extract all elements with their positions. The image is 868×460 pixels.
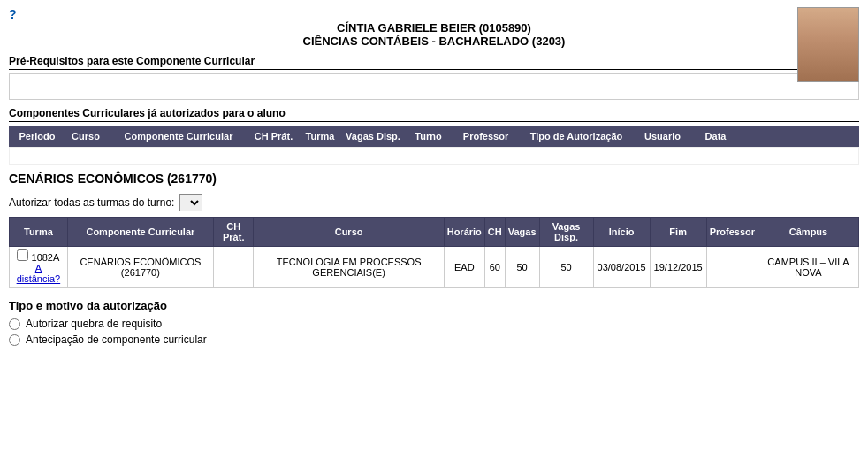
th-fim: Fim xyxy=(650,218,706,247)
authorized-title: Componentes Curriculares já autorizados … xyxy=(9,107,286,119)
tipo-autorizacao-section: Tipo e motivo da autorização Autorizar q… xyxy=(9,295,859,346)
authorized-section-header: Componentes Curriculares já autorizados … xyxy=(9,107,859,122)
turmas-table: Turma Componente Curricular CH Prát. Cur… xyxy=(9,217,859,288)
col-turma: Turma xyxy=(298,129,342,143)
th-ch-prat: CH Prát. xyxy=(213,218,254,247)
cell-vagas: 50 xyxy=(505,247,539,288)
student-photo xyxy=(797,7,859,82)
col-data: Data xyxy=(691,129,740,143)
col-componente: Componente Curricular xyxy=(108,129,249,143)
cell-curso: TECNOLOGIA EM PROCESSOS GERENCIAIS(E) xyxy=(254,247,444,288)
tipo-autorizacao-title: Tipo e motivo da autorização xyxy=(9,299,859,312)
cell-vagas-disp: 50 xyxy=(539,247,593,288)
col-periodo: Periodo xyxy=(11,129,64,143)
cell-campus: CAMPUS II – VILA NOVA xyxy=(758,247,859,288)
cell-professor xyxy=(706,247,758,288)
info-icon[interactable]: ? xyxy=(9,7,17,21)
pre-req-title: Pré-Requisitos para este Componente Curr… xyxy=(9,55,255,67)
pre-req-header: Pré-Requisitos para este Componente Curr… xyxy=(9,55,859,70)
th-campus: Câmpus xyxy=(758,218,859,247)
radio-quebra-requisito[interactable] xyxy=(9,318,20,330)
header-section: CÍNTIA GABRIELE BEIER (0105890) CIÊNCIAS… xyxy=(9,21,859,48)
th-horario: Horário xyxy=(444,218,484,247)
col-usuario: Usuario xyxy=(634,129,691,143)
cell-componente: CENÁRIOS ECONÔMICOS (261770) xyxy=(67,247,213,288)
radio-quebra-label: Autorizar quebra de requisito xyxy=(26,318,162,330)
row-checkbox[interactable] xyxy=(17,249,28,261)
th-professor: Professor xyxy=(706,218,758,247)
th-inicio: Início xyxy=(593,218,650,247)
th-curso: Curso xyxy=(254,218,444,247)
col-tipo-autorizacao: Tipo de Autorização xyxy=(519,129,634,143)
th-turma: Turma xyxy=(10,218,68,247)
th-componente-curricular: Componente Curricular xyxy=(67,218,213,247)
col-ch-prat: CH Prát. xyxy=(249,129,298,143)
autorizar-label: Autorizar todas as turmas do turno: xyxy=(9,196,174,209)
th-ch: CH xyxy=(484,218,505,247)
student-name: CÍNTIA GABRIELE BEIER (0105890) xyxy=(9,21,859,34)
col-turno: Turno xyxy=(404,129,453,143)
col-vagas-disp: Vagas Disp. xyxy=(342,129,404,143)
radio-antecipacao-label: Antecipação de componente curricular xyxy=(26,334,207,346)
cell-inicio: 03/08/2015 xyxy=(593,247,650,288)
cell-horario: EAD xyxy=(444,247,484,288)
cell-ch-prat xyxy=(213,247,254,288)
table-row: 1082A A distância? CENÁRIOS ECONÔMICOS (… xyxy=(10,247,859,288)
turma-label: 1082A xyxy=(32,252,60,263)
autorizar-line: Autorizar todas as turmas do turno: xyxy=(9,194,859,211)
turno-select[interactable] xyxy=(179,194,202,211)
th-vagas-disp: Vagas Disp. xyxy=(539,218,593,247)
col-professor: Professor xyxy=(453,129,519,143)
pre-req-box xyxy=(9,73,859,100)
authorized-rows-area xyxy=(9,147,859,165)
authorized-columns-header: Periodo Curso Componente Curricular CH P… xyxy=(9,126,859,147)
radio-antecipacao[interactable] xyxy=(9,334,20,346)
cell-turma: 1082A A distância? xyxy=(10,247,68,288)
component-section-title: CENÁRIOS ECONÔMICOS (261770) xyxy=(9,172,859,188)
a-distancia-link[interactable]: A distância? xyxy=(13,263,64,284)
course-name: CIÊNCIAS CONTÁBEIS - BACHARELADO (3203) xyxy=(9,34,859,48)
radio-quebra-requisito-line: Autorizar quebra de requisito xyxy=(9,318,859,330)
cell-fim: 19/12/2015 xyxy=(650,247,706,288)
turmas-header-row: Turma Componente Curricular CH Prát. Cur… xyxy=(10,218,859,247)
col-curso: Curso xyxy=(64,129,108,143)
page-wrapper: ? CÍNTIA GABRIELE BEIER (0105890) CIÊNCI… xyxy=(0,0,868,356)
radio-antecipacao-line: Antecipação de componente curricular xyxy=(9,334,859,346)
th-vagas: Vagas xyxy=(505,218,539,247)
photo-placeholder xyxy=(798,8,858,81)
cell-ch: 60 xyxy=(484,247,505,288)
